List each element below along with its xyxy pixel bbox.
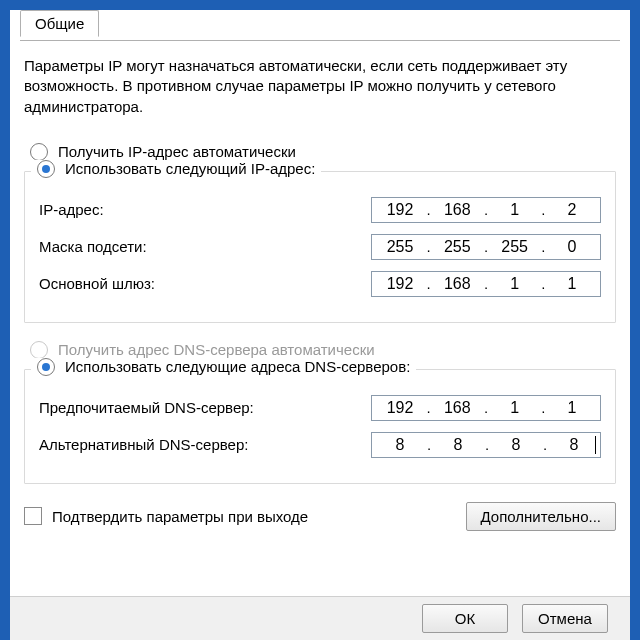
- input-alternate-dns[interactable]: . . .: [371, 432, 601, 458]
- description-text: Параметры IP могут назначаться автоматич…: [24, 56, 616, 117]
- radio-icon: [30, 341, 48, 359]
- radio-ip-manual[interactable]: Использовать следующий IP-адрес:: [31, 160, 321, 178]
- mask-octet-1[interactable]: [376, 237, 424, 257]
- input-preferred-dns[interactable]: . . .: [371, 395, 601, 421]
- radio-ip-manual-label: Использовать следующий IP-адрес:: [65, 160, 315, 177]
- label-alternate-dns: Альтернативный DNS-сервер:: [39, 436, 371, 453]
- mask-octet-2[interactable]: [433, 237, 481, 257]
- group-ip-manual: Использовать следующий IP-адрес: IP-адре…: [24, 171, 616, 323]
- label-gateway: Основной шлюз:: [39, 275, 371, 292]
- input-gateway[interactable]: . . .: [371, 271, 601, 297]
- radio-dns-auto-label: Получить адрес DNS-сервера автоматически: [58, 341, 375, 358]
- tab-general[interactable]: Общие: [20, 10, 99, 37]
- adns-octet-4[interactable]: [550, 435, 598, 455]
- dialog-footer: ОК Отмена: [10, 596, 630, 640]
- gw-octet-1[interactable]: [376, 274, 424, 294]
- gw-octet-4[interactable]: [548, 274, 596, 294]
- ip-octet-2[interactable]: [433, 200, 481, 220]
- checkbox-icon: [24, 507, 42, 525]
- label-subnet-mask: Маска подсети:: [39, 238, 371, 255]
- ip-octet-1[interactable]: [376, 200, 424, 220]
- pdns-octet-2[interactable]: [433, 398, 481, 418]
- radio-icon: [37, 358, 55, 376]
- mask-octet-3[interactable]: [491, 237, 539, 257]
- advanced-button[interactable]: Дополнительно...: [466, 502, 616, 531]
- label-ip-address: IP-адрес:: [39, 201, 371, 218]
- radio-dns-manual[interactable]: Использовать следующие адреса DNS-сервер…: [31, 358, 416, 376]
- adns-octet-1[interactable]: [376, 435, 424, 455]
- radio-icon: [30, 143, 48, 161]
- radio-dns-auto: Получить адрес DNS-сервера автоматически: [30, 341, 616, 359]
- cancel-button[interactable]: Отмена: [522, 604, 608, 633]
- gw-octet-2[interactable]: [433, 274, 481, 294]
- gw-octet-3[interactable]: [491, 274, 539, 294]
- input-subnet-mask[interactable]: . . .: [371, 234, 601, 260]
- ip-octet-4[interactable]: [548, 200, 596, 220]
- label-preferred-dns: Предпочитаемый DNS-сервер:: [39, 399, 371, 416]
- checkbox-validate-label: Подтвердить параметры при выходе: [52, 508, 308, 525]
- mask-octet-4[interactable]: [548, 237, 596, 257]
- pdns-octet-1[interactable]: [376, 398, 424, 418]
- pdns-octet-4[interactable]: [548, 398, 596, 418]
- text-caret: [595, 436, 596, 454]
- pdns-octet-3[interactable]: [491, 398, 539, 418]
- tab-strip: [20, 40, 620, 41]
- adns-octet-3[interactable]: [492, 435, 540, 455]
- input-ip-address[interactable]: . . .: [371, 197, 601, 223]
- adns-octet-2[interactable]: [434, 435, 482, 455]
- radio-ip-auto[interactable]: Получить IP-адрес автоматически: [30, 143, 616, 161]
- radio-ip-auto-label: Получить IP-адрес автоматически: [58, 143, 296, 160]
- tab-general-label: Общие: [35, 15, 84, 32]
- ip-octet-3[interactable]: [491, 200, 539, 220]
- ok-button[interactable]: ОК: [422, 604, 508, 633]
- group-dns-manual: Использовать следующие адреса DNS-сервер…: [24, 369, 616, 484]
- radio-icon: [37, 160, 55, 178]
- radio-dns-manual-label: Использовать следующие адреса DNS-сервер…: [65, 358, 410, 375]
- checkbox-validate-on-exit[interactable]: Подтвердить параметры при выходе: [24, 507, 308, 525]
